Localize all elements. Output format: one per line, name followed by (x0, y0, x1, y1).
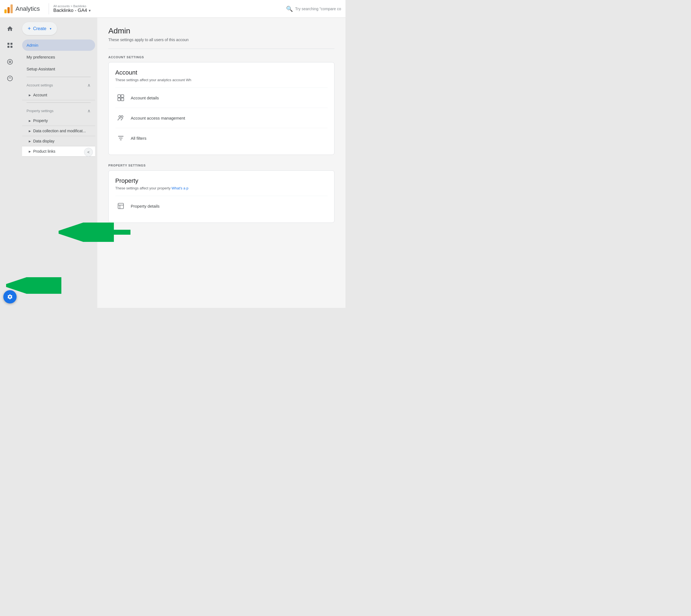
app-logo: Analytics (4, 4, 40, 13)
svg-point-15 (119, 116, 121, 118)
property-card-subtitle: These settings affect your property What… (115, 186, 328, 190)
svg-rect-0 (7, 43, 9, 45)
account-arrow-icon: ▶ (29, 94, 31, 97)
data-display-arrow-icon: ▶ (29, 140, 31, 143)
my-preferences-label: My preferences (26, 55, 55, 59)
property-details-icon (115, 200, 126, 212)
search-icon: 🔍 (286, 5, 293, 12)
property-settings-header: Property settings ∧ (22, 105, 95, 116)
logo-bar-1 (4, 9, 7, 13)
sidebar-item-setup-assistant[interactable]: Setup Assistant (22, 63, 95, 74)
account-card-title: Account (115, 69, 328, 76)
svg-rect-11 (118, 95, 121, 97)
account-access-item[interactable]: Account access management (115, 108, 328, 128)
create-label: Create (33, 26, 46, 31)
create-button[interactable]: + Create ▾ (22, 22, 57, 35)
topbar-account-info: All accounts > Backlinko Backlinko - GA4… (53, 4, 91, 13)
admin-label: Admin (26, 43, 38, 47)
svg-rect-14 (121, 98, 124, 101)
content-subtitle: These settings apply to all users of thi… (108, 38, 334, 42)
analytics-logo-icon (4, 4, 13, 13)
icon-nav (0, 18, 20, 308)
property-card-title: Property (115, 177, 328, 184)
all-filters-icon (115, 133, 126, 144)
settings-fab[interactable] (3, 290, 17, 304)
data-collection-label: Data collection and modificat... (33, 129, 86, 133)
svg-rect-12 (121, 95, 124, 97)
account-settings-chevron[interactable]: ∧ (87, 83, 91, 88)
property-item-label: Property (33, 118, 48, 123)
account-card-subtitle: These settings affect your analytics acc… (115, 78, 328, 82)
data-collection-arrow-icon: ▶ (29, 130, 31, 133)
property-settings-card: Property These settings affect your prop… (108, 170, 334, 223)
sidebar-item-admin[interactable]: Admin (22, 40, 95, 51)
account-details-label: Account details (131, 95, 159, 100)
search-placeholder: Try searching "compare co (295, 7, 341, 11)
property-arrow-icon: ▶ (29, 119, 31, 122)
product-links-arrow-icon: ▶ (29, 150, 31, 153)
create-plus-icon: + (28, 25, 31, 32)
topbar: Analytics All accounts > Backlinko Backl… (0, 0, 346, 18)
nav-bottom (3, 290, 17, 304)
svg-point-6 (7, 76, 13, 81)
account-settings-section-label: ACCOUNT SETTINGS (108, 56, 334, 59)
sidebar-item-my-preferences[interactable]: My preferences (22, 51, 95, 63)
all-filters-item[interactable]: All filters (115, 128, 328, 148)
breadcrumb: All accounts > Backlinko (53, 4, 91, 8)
sidebar-item-account[interactable]: ▶ Account (22, 90, 95, 100)
product-links-label: Product links (33, 149, 55, 154)
logo-bar-3 (11, 4, 13, 13)
account-settings-label: Account settings (26, 83, 53, 87)
account-details-item[interactable]: Account details (115, 88, 328, 108)
sidebar-wrapper: + Create ▾ Admin My preferences Setup As… (20, 18, 97, 308)
property-selector[interactable]: Backlinko - GA4 ▾ (53, 8, 91, 13)
property-details-item[interactable]: Property details (115, 196, 328, 216)
collapse-icon: < (87, 150, 89, 154)
account-item-label: Account (33, 93, 47, 97)
svg-rect-1 (11, 43, 13, 45)
property-card-link[interactable]: What's a p (172, 186, 189, 190)
nav-item-home[interactable] (2, 21, 18, 37)
account-access-label: Account access management (131, 116, 185, 120)
data-display-label: Data display (33, 139, 55, 143)
create-caret-icon: ▾ (50, 27, 51, 31)
sidebar-item-data-collection[interactable]: ▶ Data collection and modificat... (22, 126, 95, 136)
property-name: Backlinko - GA4 (53, 8, 87, 13)
sidebar-item-property[interactable]: ▶ Property (22, 116, 95, 126)
property-settings-chevron[interactable]: ∧ (87, 108, 91, 113)
account-details-icon (115, 92, 126, 103)
svg-point-5 (9, 61, 11, 63)
main-layout: + Create ▾ Admin My preferences Setup As… (0, 18, 346, 308)
svg-point-4 (7, 59, 13, 64)
nav-item-explore[interactable] (2, 54, 18, 70)
account-settings-card: Account These settings affect your analy… (108, 62, 334, 155)
svg-point-16 (121, 116, 123, 118)
setup-assistant-label: Setup Assistant (26, 67, 55, 71)
logo-bar-2 (7, 7, 10, 13)
property-dropdown-arrow: ▾ (89, 8, 91, 13)
sidebar: + Create ▾ Admin My preferences Setup As… (20, 18, 97, 161)
nav-item-reports[interactable] (2, 38, 18, 53)
property-settings-label: Property settings (26, 109, 54, 113)
topbar-search[interactable]: 🔍 Try searching "compare co (286, 5, 341, 12)
sidebar-divider-1 (26, 77, 91, 77)
svg-rect-17 (118, 203, 124, 209)
account-access-icon (115, 112, 126, 124)
svg-rect-3 (11, 46, 13, 48)
property-settings-section-label: PROPERTY SETTINGS (108, 164, 334, 167)
nav-item-advertising[interactable] (2, 71, 18, 86)
content-area: Admin These settings apply to all users … (97, 18, 346, 308)
sidebar-item-data-display[interactable]: ▶ Data display (22, 136, 95, 146)
all-filters-label: All filters (131, 136, 146, 140)
svg-rect-13 (118, 98, 121, 101)
app-name: Analytics (16, 5, 40, 13)
account-settings-header: Account settings ∧ (22, 79, 95, 90)
content-title: Admin (108, 26, 334, 35)
collapse-button[interactable]: < (84, 148, 93, 157)
svg-rect-2 (7, 46, 9, 48)
property-details-label: Property details (131, 204, 160, 208)
